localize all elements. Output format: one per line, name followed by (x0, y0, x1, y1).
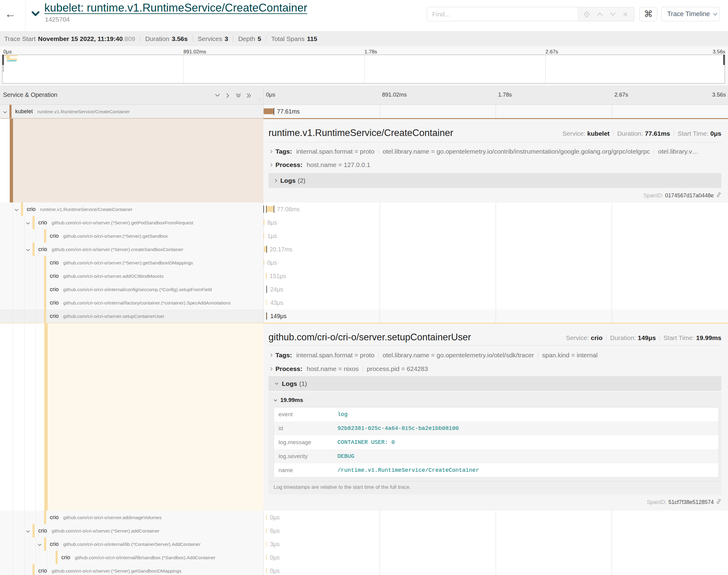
row-chevron-down-icon[interactable] (37, 542, 42, 547)
span-row[interactable]: criogithub.com/cri-o/cri-o/internal/lib/… (0, 551, 728, 564)
span-name-cell[interactable]: criogithub.com/cri-o/cri-o/server.(*Serv… (0, 524, 263, 537)
span-duration-bar[interactable] (266, 541, 267, 547)
span-row[interactable]: crioruntime.v1.RuntimeService/CreateCont… (0, 202, 728, 216)
span-duration-bar[interactable] (266, 554, 267, 560)
keyboard-shortcuts-button[interactable]: ⌘ (639, 7, 657, 21)
span-duration-bar[interactable] (264, 108, 274, 114)
row-chevron-down-icon[interactable] (26, 247, 30, 252)
span-name-cell[interactable]: criogithub.com/cri-o/cri-o/server.(*Serv… (0, 243, 263, 256)
span-row[interactable]: criogithub.com/cri-o/cri-o/server.(*Serv… (0, 524, 728, 537)
detail-meta-value: kubelet (587, 130, 610, 137)
span-duration-bar[interactable] (264, 233, 264, 239)
logs-accordion[interactable]: Logs(1) (268, 376, 721, 391)
span-name-cell[interactable]: criogithub.com/cri-o/cri-o/server.(*Serv… (0, 564, 263, 575)
span-row[interactable]: criogithub.com/cri-o/cri-o/server.(*Serv… (0, 216, 728, 229)
chevron-right-icon[interactable] (270, 149, 273, 154)
span-duration-bar[interactable] (266, 528, 267, 533)
trace-minimap[interactable]: 0μs891.02ms1.78s2.67s3.56s (0, 46, 728, 86)
minimap-tick-label: 3.56s (713, 49, 725, 55)
span-name-cell[interactable]: criogithub.com/cri-o/cri-o/internal/fact… (0, 296, 263, 309)
span-log-tick (263, 206, 264, 213)
span-duration-bar[interactable] (266, 300, 267, 305)
next-match-icon[interactable] (609, 12, 616, 16)
logs-accordion[interactable]: Logs(2) (268, 173, 721, 188)
indent-guide (13, 511, 13, 524)
span-duration-bar[interactable] (266, 514, 267, 520)
span-row[interactable]: criogithub.com/cri-o/cri-o/server.addOCI… (0, 269, 728, 283)
tags-label[interactable]: Tags: (275, 351, 292, 359)
span-duration-bar[interactable] (264, 260, 264, 265)
link-icon[interactable] (714, 499, 721, 505)
chevron-right-icon[interactable] (270, 353, 273, 357)
span-detail-title: runtime.v1.RuntimeService/CreateContaine… (268, 128, 453, 138)
span-row[interactable]: criogithub.com/cri-o/cri-o/internal/fact… (0, 296, 728, 309)
span-duration-bar[interactable] (266, 568, 267, 573)
chevron-right-icon[interactable] (270, 367, 273, 371)
span-name-cell[interactable]: criogithub.com/cri-o/cri-o/internal/conf… (0, 283, 263, 296)
trace-start-label: Trace Start (4, 35, 36, 42)
trace-start-value: November 15 2022, 11:19:40 (38, 35, 123, 42)
process-label[interactable]: Process: (275, 365, 302, 373)
page-title-link[interactable]: kubelet: runtime.v1.RuntimeService/Creat… (44, 2, 307, 14)
span-color-bar (21, 202, 23, 216)
timeline-tick-label: 0μs (266, 91, 275, 98)
expand-all-icon[interactable] (246, 93, 252, 100)
minimap-gridline (364, 55, 365, 83)
chevron-right-icon[interactable] (270, 163, 273, 167)
span-name-cell[interactable]: kubeletruntime.v1.RuntimeService/CreateC… (0, 105, 263, 118)
row-chevron-down-icon[interactable] (26, 529, 30, 534)
process-label[interactable]: Process: (275, 161, 302, 168)
detail-meta-value: 19.99ms (696, 334, 721, 342)
back-button[interactable]: ← (4, 8, 16, 20)
minimap-left-scrubber[interactable] (2, 55, 4, 65)
span-row[interactable]: criogithub.com/cri-o/cri-o/internal/conf… (0, 283, 728, 296)
span-row[interactable]: criogithub.com/cri-o/cri-o/internal/lib.… (0, 537, 728, 551)
prev-match-icon[interactable] (596, 12, 603, 16)
collapse-all-icon[interactable] (236, 93, 241, 100)
span-name-cell[interactable]: criogithub.com/cri-o/cri-o/server.(*Serv… (0, 229, 263, 243)
process-kv: host.name = 127.0.0.1 (307, 161, 370, 168)
span-row[interactable]: criogithub.com/cri-o/cri-o/server.setupC… (0, 309, 728, 323)
span-row[interactable]: criogithub.com/cri-o/cri-o/server.(*Serv… (0, 229, 728, 243)
locate-icon[interactable] (584, 11, 590, 18)
row-chevron-down-icon[interactable] (14, 207, 19, 212)
span-name-cell[interactable]: criogithub.com/cri-o/cri-o/server.addIma… (0, 511, 263, 524)
span-service-name: crio (27, 206, 36, 212)
link-icon[interactable] (714, 192, 721, 199)
find-input[interactable]: Find... (427, 7, 578, 21)
span-name-cell[interactable]: criogithub.com/cri-o/cri-o/server.setupC… (0, 309, 263, 323)
span-duration-bar[interactable] (266, 273, 267, 279)
span-row[interactable]: criogithub.com/cri-o/cri-o/server.(*Serv… (0, 256, 728, 269)
span-name-cell[interactable]: criogithub.com/cri-o/cri-o/server.(*Serv… (0, 256, 263, 269)
span-row[interactable]: criogithub.com/cri-o/cri-o/server.addIma… (0, 511, 728, 524)
view-select-button[interactable]: Trace Timeline (661, 7, 720, 21)
span-name-cell[interactable]: criogithub.com/cri-o/cri-o/internal/lib/… (0, 551, 263, 564)
span-name-cell[interactable]: criogithub.com/cri-o/cri-o/server.(*Serv… (0, 216, 263, 229)
span-row[interactable]: kubeletruntime.v1.RuntimeService/CreateC… (0, 105, 728, 118)
collapse-one-icon[interactable] (215, 93, 220, 98)
log-entry: 19.99mseventlogid92b82381-025c-4a64-815c… (268, 392, 721, 495)
indent-guide (24, 309, 25, 323)
span-name-cell[interactable]: criogithub.com/cri-o/cri-o/server.addOCI… (0, 269, 263, 283)
minimap-right-scrubber[interactable] (723, 55, 725, 65)
trace-collapse-chevron-icon[interactable] (31, 11, 40, 18)
minimap-canvas[interactable] (2, 55, 725, 83)
span-name-cell[interactable]: crioruntime.v1.RuntimeService/CreateCont… (0, 202, 263, 216)
row-chevron-down-icon[interactable] (3, 109, 7, 115)
log-entry-header[interactable]: 19.99ms (273, 397, 303, 403)
row-chevron-down-icon[interactable] (26, 221, 30, 226)
expand-one-icon[interactable] (226, 93, 230, 100)
span-detail-panel: github.com/cri-o/cri-o/server.setupConta… (263, 323, 728, 511)
log-footnote: Log timestamps are relative to the start… (274, 484, 411, 490)
column-resize-grip[interactable] (259, 98, 261, 101)
detail-meta-value: 77.61ms (645, 130, 670, 137)
span-duration-bar[interactable] (267, 206, 274, 212)
clear-search-icon[interactable] (623, 11, 628, 17)
span-name-cell[interactable]: criogithub.com/cri-o/cri-o/internal/lib.… (0, 537, 263, 551)
span-duration-bar[interactable] (264, 219, 265, 225)
span-service-name: crio (50, 286, 59, 292)
tags-label[interactable]: Tags: (275, 148, 292, 155)
indent-guide (24, 551, 25, 564)
span-row[interactable]: criogithub.com/cri-o/cri-o/server.(*Serv… (0, 243, 728, 256)
span-row[interactable]: criogithub.com/cri-o/cri-o/server.(*Serv… (0, 564, 728, 575)
